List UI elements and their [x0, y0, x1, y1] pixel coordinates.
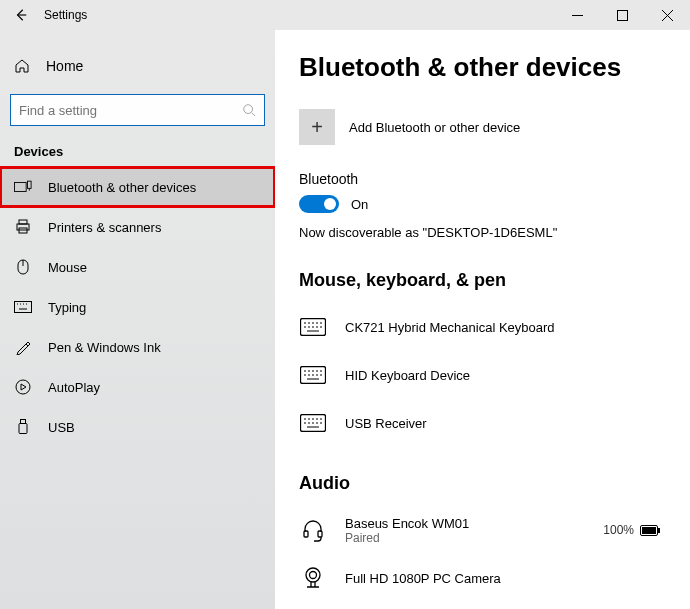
svg-rect-1 — [618, 10, 628, 20]
keyboard-icon — [299, 414, 327, 432]
add-device-label: Add Bluetooth or other device — [349, 120, 520, 135]
keyboard-icon — [299, 318, 327, 336]
search-input[interactable] — [10, 94, 265, 126]
sidebar-item-label: Printers & scanners — [48, 220, 161, 235]
keyboard-icon — [14, 301, 32, 313]
svg-rect-62 — [642, 527, 656, 534]
sidebar-item-label: Mouse — [48, 260, 87, 275]
pen-icon — [14, 339, 32, 355]
maximize-button[interactable] — [600, 0, 645, 30]
printer-icon — [14, 219, 32, 235]
sidebar-item-usb[interactable]: USB — [0, 407, 275, 447]
sidebar-item-label: Bluetooth & other devices — [48, 180, 196, 195]
discoverable-text: Now discoverable as "DESKTOP-1D6ESML" — [299, 225, 666, 240]
svg-rect-14 — [15, 302, 32, 313]
toggle-state-label: On — [351, 197, 368, 212]
svg-rect-59 — [304, 531, 308, 537]
svg-rect-22 — [19, 424, 27, 434]
content-pane: Bluetooth & other devices + Add Bluetoot… — [275, 30, 690, 609]
home-icon — [14, 58, 30, 74]
device-name: CK721 Hybrid Mechanical Keyboard — [345, 320, 555, 335]
section-heading: Mouse, keyboard, & pen — [299, 270, 666, 291]
device-row[interactable]: HID Keyboard Device — [299, 351, 666, 399]
add-device-row[interactable]: + Add Bluetooth or other device — [299, 109, 666, 145]
sidebar-item-printers[interactable]: Printers & scanners — [0, 207, 275, 247]
nav-home[interactable]: Home — [0, 48, 275, 84]
sidebar-item-label: USB — [48, 420, 75, 435]
autoplay-icon — [14, 379, 32, 395]
plus-icon: + — [299, 109, 335, 145]
battery-icon — [640, 525, 660, 536]
titlebar: Settings — [0, 0, 690, 30]
svg-point-64 — [306, 568, 320, 582]
device-row[interactable]: CK721 Hybrid Mechanical Keyboard — [299, 303, 666, 351]
device-row[interactable]: Full HD 1080P PC Camera — [299, 554, 666, 602]
svg-rect-9 — [19, 220, 27, 224]
camera-icon — [299, 567, 327, 589]
nav-home-label: Home — [46, 58, 83, 74]
search-icon — [242, 103, 256, 117]
sidebar-item-autoplay[interactable]: AutoPlay — [0, 367, 275, 407]
device-row[interactable]: USB Receiver — [299, 399, 666, 447]
svg-rect-60 — [318, 531, 322, 537]
device-name: USB Receiver — [345, 416, 427, 431]
sidebar-item-label: Typing — [48, 300, 86, 315]
device-row[interactable]: Baseus Encok WM01 Paired 100% — [299, 506, 666, 554]
headset-icon — [299, 518, 327, 542]
search-field[interactable] — [19, 103, 242, 118]
device-status: Paired — [345, 531, 469, 545]
device-name: HID Keyboard Device — [345, 368, 470, 383]
svg-point-65 — [310, 572, 317, 579]
minimize-button[interactable] — [555, 0, 600, 30]
sidebar-item-bluetooth[interactable]: Bluetooth & other devices — [0, 167, 275, 207]
usb-icon — [14, 419, 32, 435]
devices-icon — [14, 180, 32, 194]
sidebar-item-label: Pen & Windows Ink — [48, 340, 161, 355]
mouse-icon — [14, 259, 32, 275]
sidebar-item-typing[interactable]: Typing — [0, 287, 275, 327]
device-name: Full HD 1080P PC Camera — [345, 571, 501, 586]
page-title: Bluetooth & other devices — [299, 52, 666, 83]
svg-line-5 — [252, 113, 256, 117]
svg-rect-7 — [28, 181, 32, 188]
device-name: Baseus Encok WM01 — [345, 516, 469, 531]
keyboard-icon — [299, 366, 327, 384]
svg-point-20 — [16, 380, 30, 394]
svg-rect-6 — [14, 183, 26, 192]
sidebar: Home Devices Bluetooth & other devices P… — [0, 30, 275, 609]
back-button[interactable] — [14, 8, 28, 22]
svg-rect-63 — [658, 528, 660, 533]
battery-percent: 100% — [603, 523, 634, 537]
sidebar-section-title: Devices — [0, 126, 275, 167]
window-title: Settings — [44, 8, 87, 22]
bluetooth-header: Bluetooth — [299, 171, 666, 187]
bluetooth-toggle[interactable] — [299, 195, 339, 213]
svg-point-4 — [244, 105, 253, 114]
sidebar-item-mouse[interactable]: Mouse — [0, 247, 275, 287]
section-heading: Audio — [299, 473, 666, 494]
sidebar-item-label: AutoPlay — [48, 380, 100, 395]
close-button[interactable] — [645, 0, 690, 30]
sidebar-item-pen[interactable]: Pen & Windows Ink — [0, 327, 275, 367]
svg-rect-21 — [21, 420, 26, 424]
